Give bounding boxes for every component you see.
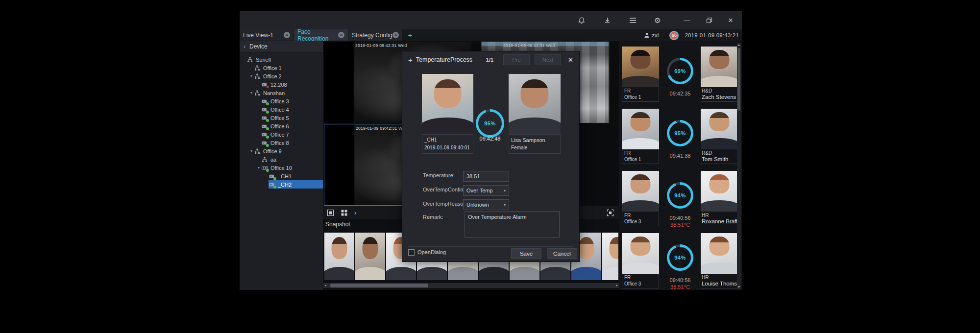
overtemp-confirm-select[interactable]: Over Temp ▾ <box>463 185 509 196</box>
scroll-left-icon[interactable] <box>323 283 328 288</box>
temperature-label: Temperature: <box>423 172 463 178</box>
device-type-icon <box>254 73 261 79</box>
tree-item-label: _CH1 <box>278 173 292 179</box>
chevron-down-icon: ▾ <box>504 189 506 193</box>
menu-icon[interactable] <box>628 16 637 25</box>
gear-icon[interactable]: ⚙ <box>653 16 662 25</box>
match-caption: HR Roxanne Braff <box>701 212 738 226</box>
expand-arrow-icon[interactable]: ▾ <box>256 166 261 170</box>
overtemp-confirm-label: OverTempConfim: <box>423 187 463 192</box>
tree-item[interactable]: ▾ <box>240 139 323 147</box>
snapshot-thumbnail[interactable] <box>355 233 385 280</box>
tree-item[interactable]: ▾ <box>240 80 323 89</box>
tree-item[interactable]: ▾ <box>240 122 323 130</box>
temperature-process-dialog: + TemperatureProcess 1/1 Pre Next ✕ _CH1… <box>402 51 580 262</box>
tab[interactable]: Face Recognition ✕ <box>294 29 348 41</box>
tree-item[interactable]: ▾ <box>240 164 323 172</box>
tree-item[interactable]: ▾ <box>240 97 323 105</box>
save-button[interactable]: Save <box>511 248 541 259</box>
recognition-entry[interactable]: FR Office 1 95% 09:41:38 <box>622 106 742 168</box>
bell-icon[interactable] <box>577 16 586 25</box>
layout-grid-icon[interactable] <box>341 209 348 216</box>
match-name: Lisa Sampson <box>511 136 558 144</box>
add-tab-button[interactable]: + <box>403 29 417 41</box>
open-dialog-checkbox[interactable] <box>408 249 415 256</box>
scroll-up-icon[interactable] <box>737 43 741 47</box>
scrollbar-track[interactable] <box>328 283 614 288</box>
status-dot <box>266 144 269 147</box>
restore-icon[interactable] <box>705 16 713 25</box>
device-type-icon <box>262 123 269 129</box>
expand-arrow-icon[interactable]: ▾ <box>249 91 254 95</box>
tab-strip: Live View-1 ✕ Face Recognition ✕ Strateg… <box>240 29 403 41</box>
tree-item[interactable]: ▾ <box>240 180 323 189</box>
match-name: Louise Thoms <box>702 281 736 287</box>
cancel-button[interactable]: Cancel <box>547 248 577 259</box>
tree-item-label: Office 4 <box>270 107 289 113</box>
expand-arrow-icon[interactable]: ▾ <box>249 149 254 153</box>
department-label: FR <box>624 274 657 281</box>
selected-option: Over Temp <box>466 188 493 193</box>
layout-single-icon[interactable] <box>327 209 334 216</box>
dialog-header[interactable]: + TemperatureProcess 1/1 Pre Next ✕ <box>402 51 579 68</box>
tree-item[interactable]: ▾ <box>240 130 323 139</box>
overtemp-reason-select[interactable]: Unknown ▾ <box>463 199 509 210</box>
scroll-down-icon[interactable] <box>737 285 741 289</box>
scrollbar-thumb[interactable] <box>330 284 428 287</box>
capture-time: 09:42:35 <box>670 91 691 96</box>
download-icon[interactable] <box>603 16 612 25</box>
capture-datetime: 2019-01-09 09:40:01 <box>424 144 471 152</box>
snapshot-scrollbar[interactable] <box>323 283 619 288</box>
tree-item[interactable]: ▾ <box>240 72 323 80</box>
alarm-count-badge[interactable]: 66 <box>669 31 679 40</box>
next-button[interactable]: Next <box>535 54 561 65</box>
tree-item[interactable]: ▾ <box>240 105 323 114</box>
remark-textarea[interactable]: Over Temperature Alarm <box>465 211 560 238</box>
layout-more-icon[interactable]: › <box>354 209 356 216</box>
recognition-entry[interactable]: FR Office 3 94% 09:40:56 38.51°C <box>622 168 742 230</box>
recognition-scrollbar[interactable] <box>737 43 741 289</box>
snapshot-thumbnail[interactable] <box>324 233 354 280</box>
minimize-icon[interactable]: — <box>683 16 691 25</box>
tree-item[interactable]: ▾ <box>240 172 323 180</box>
page-indicator: 1/1 <box>486 57 493 63</box>
fullscreen-icon[interactable] <box>607 209 614 216</box>
tree-item[interactable]: ▾ <box>240 89 323 97</box>
close-dialog-icon[interactable]: ✕ <box>568 56 573 64</box>
tree-item-label: 12.208 <box>270 82 287 88</box>
close-window-icon[interactable]: ✕ <box>726 16 735 25</box>
tree-item[interactable]: ▾ <box>240 147 323 155</box>
recognition-entry[interactable]: FR Office 3 94% 09:40:56 38.51°C <box>622 230 742 290</box>
department-label: FR <box>624 88 657 94</box>
tree-item-label: _CH2 <box>278 182 292 188</box>
similarity-ring: 94% <box>667 182 693 209</box>
collapse-panel-icon[interactable]: › <box>244 43 245 50</box>
similarity-percent: 95% <box>667 120 693 146</box>
scroll-right-icon[interactable] <box>614 283 619 288</box>
status-dot <box>273 177 276 180</box>
app-window: ⚙ — ✕ Live View-1 ✕ Face Recognition ✕ <box>240 11 742 290</box>
tree-item[interactable]: ▾ <box>240 64 323 72</box>
user-name[interactable]: zxl <box>652 32 659 38</box>
tree-item[interactable]: ▾ <box>240 114 323 122</box>
expand-arrow-icon[interactable]: ▾ <box>249 74 254 78</box>
tree-item[interactable]: ▾ <box>240 155 323 164</box>
snapshot-thumbnail[interactable] <box>602 233 618 280</box>
status-dot <box>266 86 269 89</box>
device-type-icon <box>254 65 261 71</box>
device-panel-header[interactable]: › Device <box>240 41 323 52</box>
tab[interactable]: Strategy Config ✕ <box>348 29 403 41</box>
tab[interactable]: Live View-1 ✕ <box>240 29 294 41</box>
close-tab-icon[interactable]: ✕ <box>338 32 344 38</box>
selected-option: Unknown <box>466 202 489 208</box>
prev-button[interactable]: Pre <box>503 54 530 65</box>
status-dot <box>266 119 269 122</box>
matched-face-photo <box>701 47 738 87</box>
close-tab-icon[interactable]: ✕ <box>284 32 290 38</box>
close-tab-icon[interactable]: ✕ <box>392 32 399 38</box>
device-panel-title: Device <box>249 43 268 50</box>
recognition-entry[interactable]: FR Office 1 69% 09:42:35 <box>622 44 742 106</box>
tree-item[interactable]: ▾ <box>240 55 323 64</box>
scrollbar-thumb[interactable] <box>737 48 740 111</box>
temperature-input[interactable] <box>463 171 509 182</box>
